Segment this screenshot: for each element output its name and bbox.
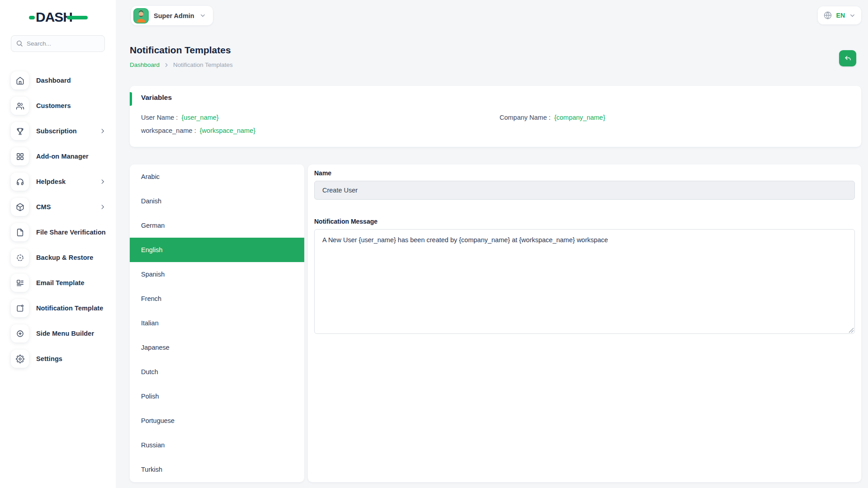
sidebar-item-addon-manager[interactable]: Add-on Manager	[0, 144, 116, 169]
variables-card-title: Variables	[141, 94, 172, 102]
language-item-dutch[interactable]: Dutch	[130, 360, 304, 384]
sidebar-search	[11, 35, 105, 52]
back-button[interactable]	[839, 50, 856, 66]
chevron-right-icon	[99, 204, 106, 210]
grid-icon	[11, 147, 29, 165]
variable-workspace-name: workspace_name : {workspace_name}	[141, 127, 255, 134]
sidebar-item-customers[interactable]: Customers	[0, 93, 116, 118]
sidebar-item-cms[interactable]: CMS	[0, 194, 116, 220]
page-title: Notification Templates	[130, 45, 231, 56]
variables-card: Variables User Name : {user_name} Compan…	[130, 86, 861, 147]
sidebar-item-dashboard[interactable]: Dashboard	[0, 68, 116, 93]
chevron-down-icon	[199, 12, 206, 19]
undo-arrow-icon	[844, 55, 852, 62]
sidebar-item-label: Side Menu Builder	[36, 330, 94, 337]
chevron-down-icon	[849, 12, 856, 19]
sidebar-item-helpdesk[interactable]: Helpdesk	[0, 169, 116, 194]
plus-circle-icon	[11, 324, 29, 343]
language-item-turkish[interactable]: Turkish	[130, 457, 304, 482]
sidebar: DASH Dashboard Customers	[0, 0, 116, 488]
language-item-russian[interactable]: Russian	[130, 433, 304, 457]
sidebar-item-label: Helpdesk	[36, 178, 66, 185]
language-item-arabic[interactable]: Arabic	[130, 164, 304, 189]
sidebar-item-subscription[interactable]: Subscription	[0, 118, 116, 144]
language-item-german[interactable]: German	[130, 213, 304, 238]
language-item-danish[interactable]: Danish	[130, 189, 304, 213]
search-icon	[16, 40, 23, 47]
svg-text:DASH: DASH	[36, 9, 72, 24]
language-code-label: EN	[836, 12, 845, 19]
search-input[interactable]	[11, 35, 105, 52]
template-form-card: Name Notification Message A New User {us…	[308, 164, 861, 482]
chevron-right-icon	[99, 178, 106, 185]
sidebar-item-label: Dashboard	[36, 77, 71, 84]
language-item-french[interactable]: French	[130, 286, 304, 311]
breadcrumb-current: Notification Templates	[173, 61, 233, 68]
sidebar-item-label: CMS	[36, 203, 51, 211]
notification-templates-page: DASH Dashboard Customers	[0, 0, 868, 488]
users-icon	[11, 97, 29, 115]
gear-icon	[11, 350, 29, 368]
sidebar-item-file-share-verification[interactable]: File Share Verification	[0, 220, 116, 245]
avatar	[133, 8, 149, 23]
trophy-icon	[11, 122, 29, 140]
language-item-polish[interactable]: Polish	[130, 384, 304, 408]
name-field-label: Name	[314, 169, 331, 177]
chevron-right-icon	[164, 62, 169, 68]
variable-company-name: Company Name : {company_name}	[500, 114, 605, 121]
variable-user-name: User Name : {user_name}	[141, 114, 219, 121]
notification-message-textarea[interactable]: A New User {user_name} has been created …	[314, 229, 855, 334]
sidebar-item-backup-restore[interactable]: Backup & Restore	[0, 245, 116, 270]
breadcrumb-dashboard-link[interactable]: Dashboard	[130, 61, 160, 68]
sidebar-item-settings[interactable]: Settings	[0, 346, 116, 371]
sidebar-item-label: Notification Template	[36, 305, 103, 312]
language-item-japanese[interactable]: Japanese	[130, 335, 304, 360]
dash-logo: DASH	[29, 7, 88, 26]
sidebar-item-email-template[interactable]: Email Template	[0, 270, 116, 296]
sidebar-item-label: Customers	[36, 102, 71, 109]
language-item-english-selected[interactable]: English	[130, 238, 304, 262]
card-accent-bar	[130, 92, 132, 106]
language-item-spanish[interactable]: Spanish	[130, 262, 304, 286]
user-role-label: Super Admin	[154, 12, 194, 19]
chevron-right-icon	[99, 128, 106, 134]
home-icon	[11, 71, 29, 89]
headset-icon	[11, 173, 29, 191]
package-icon	[11, 198, 29, 216]
sidebar-item-label: Add-on Manager	[36, 153, 89, 160]
breadcrumb: Dashboard Notification Templates	[130, 61, 233, 68]
file-icon	[11, 223, 29, 241]
sidebar-item-label: Subscription	[36, 127, 77, 135]
language-selector[interactable]: EN	[818, 6, 861, 24]
template-name-input[interactable]	[314, 181, 855, 200]
sidebar-item-side-menu-builder[interactable]: Side Menu Builder	[0, 321, 116, 346]
sidebar-item-label: File Share Verification	[36, 229, 106, 236]
language-list: Arabic Danish German English Spanish Fre…	[130, 164, 304, 482]
sidebar-item-notification-template[interactable]: Notification Template	[0, 296, 116, 321]
sidebar-item-label: Settings	[36, 355, 62, 362]
sidebar-item-label: Backup & Restore	[36, 254, 94, 261]
language-item-italian[interactable]: Italian	[130, 311, 304, 335]
notification-template-icon	[11, 299, 29, 317]
message-field-label: Notification Message	[314, 218, 377, 225]
layout-icon	[11, 274, 29, 292]
sidebar-item-label: Email Template	[36, 279, 85, 286]
language-item-portuguese[interactable]: Portuguese	[130, 408, 304, 433]
sidebar-nav: Dashboard Customers Subscription Ad	[0, 68, 116, 371]
backup-icon	[11, 249, 29, 267]
user-menu[interactable]: Super Admin	[131, 6, 213, 25]
globe-icon	[823, 11, 832, 20]
